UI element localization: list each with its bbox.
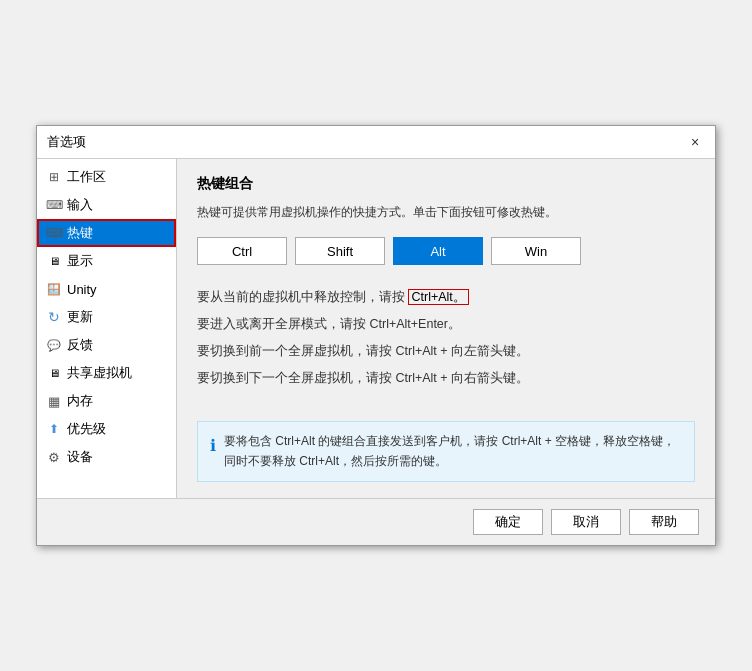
ok-button[interactable]: 确定 [473, 509, 543, 535]
info-prev: 要切换到前一个全屏虚拟机，请按 Ctrl+Alt + 向左箭头键。 [197, 339, 695, 364]
sidebar-item-memory[interactable]: 内存 [37, 387, 176, 415]
cancel-button[interactable]: 取消 [551, 509, 621, 535]
sidebar-label-shared-vm: 共享虚拟机 [67, 364, 132, 382]
dialog-footer: 确定 取消 帮助 [37, 498, 715, 545]
sidebar-item-display[interactable]: 显示 [37, 247, 176, 275]
close-button[interactable]: × [685, 132, 705, 152]
dialog-body: 工作区输入热键显示Unity更新反馈共享虚拟机内存优先级设备 热键组合 热键可提… [37, 159, 715, 497]
title-bar: 首选项 × [37, 126, 715, 159]
info-release: 要从当前的虚拟机中释放控制，请按 Ctrl+Alt。 [197, 285, 695, 310]
sidebar-label-update: 更新 [67, 308, 93, 326]
sidebar-item-device[interactable]: 设备 [37, 443, 176, 471]
sidebar: 工作区输入热键显示Unity更新反馈共享虚拟机内存优先级设备 [37, 159, 177, 497]
input-icon [45, 196, 63, 214]
sidebar-label-display: 显示 [67, 252, 93, 270]
info-icon: ℹ [210, 433, 216, 459]
sidebar-item-input[interactable]: 输入 [37, 191, 176, 219]
hotkey-btn-win[interactable]: Win [491, 237, 581, 265]
help-button[interactable]: 帮助 [629, 509, 699, 535]
info-next: 要切换到下一个全屏虚拟机，请按 Ctrl+Alt + 向右箭头键。 [197, 366, 695, 391]
section-desc: 热键可提供常用虚拟机操作的快捷方式。单击下面按钮可修改热键。 [197, 203, 695, 221]
sidebar-label-unity: Unity [67, 282, 97, 297]
content-area: 热键组合 热键可提供常用虚拟机操作的快捷方式。单击下面按钮可修改热键。 Ctrl… [177, 159, 715, 497]
sidebar-item-shared-vm[interactable]: 共享虚拟机 [37, 359, 176, 387]
hotkey-info: 要从当前的虚拟机中释放控制，请按 Ctrl+Alt。 要进入或离开全屏模式，请按… [197, 285, 695, 391]
sidebar-label-hotkey: 热键 [67, 224, 93, 242]
sidebar-label-workspace: 工作区 [67, 168, 106, 186]
feedback-icon [45, 336, 63, 354]
ctrl-alt-highlight: Ctrl+Alt。 [408, 289, 468, 305]
hotkey-btn-ctrl[interactable]: Ctrl [197, 237, 287, 265]
hotkey-btn-alt[interactable]: Alt [393, 237, 483, 265]
hotkey-buttons-group: CtrlShiftAltWin [197, 237, 695, 265]
sidebar-item-feedback[interactable]: 反馈 [37, 331, 176, 359]
info-fullscreen: 要进入或离开全屏模式，请按 Ctrl+Alt+Enter。 [197, 312, 695, 337]
sidebar-label-feedback: 反馈 [67, 336, 93, 354]
dialog-title: 首选项 [47, 133, 86, 151]
device-icon [45, 448, 63, 466]
hotkey-icon [45, 224, 63, 242]
unity-icon [45, 280, 63, 298]
sidebar-item-update[interactable]: 更新 [37, 303, 176, 331]
workspace-icon [45, 168, 63, 186]
shared-icon [45, 364, 63, 382]
sidebar-item-workspace[interactable]: 工作区 [37, 163, 176, 191]
sidebar-label-priority: 优先级 [67, 420, 106, 438]
priority-icon [45, 420, 63, 438]
info-box-text: 要将包含 Ctrl+Alt 的键组合直接发送到客户机，请按 Ctrl+Alt +… [224, 432, 682, 470]
sidebar-label-input: 输入 [67, 196, 93, 214]
sidebar-label-device: 设备 [67, 448, 93, 466]
preferences-dialog: 首选项 × 工作区输入热键显示Unity更新反馈共享虚拟机内存优先级设备 热键组… [36, 125, 716, 545]
sidebar-item-unity[interactable]: Unity [37, 275, 176, 303]
section-title: 热键组合 [197, 175, 695, 193]
memory-icon [45, 392, 63, 410]
sidebar-item-hotkey[interactable]: 热键 [37, 219, 176, 247]
sidebar-label-memory: 内存 [67, 392, 93, 410]
sidebar-item-priority[interactable]: 优先级 [37, 415, 176, 443]
hotkey-btn-shift[interactable]: Shift [295, 237, 385, 265]
update-icon [45, 308, 63, 326]
info-box: ℹ 要将包含 Ctrl+Alt 的键组合直接发送到客户机，请按 Ctrl+Alt… [197, 421, 695, 481]
display-icon [45, 252, 63, 270]
